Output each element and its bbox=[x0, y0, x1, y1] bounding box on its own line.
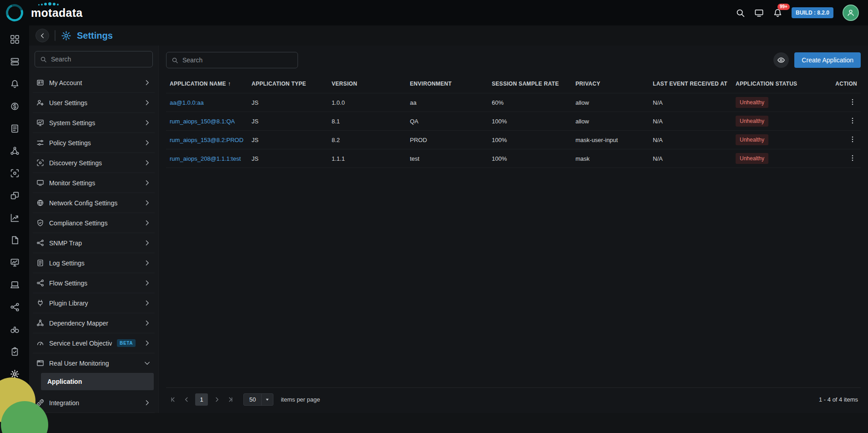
column-header-application-name[interactable]: APPLICATION NAME↑ bbox=[166, 75, 248, 93]
brand-logo-mark[interactable] bbox=[0, 4, 29, 21]
notifications-button[interactable]: 99+ bbox=[773, 8, 782, 18]
sidebar-search-input[interactable] bbox=[51, 56, 147, 63]
column-header-environment[interactable]: ENVIRONMENT bbox=[406, 75, 488, 93]
page-title: Settings bbox=[77, 31, 113, 41]
remote-display-icon[interactable] bbox=[754, 8, 764, 18]
application-name-link[interactable]: aa@1.0.0:aa bbox=[170, 99, 204, 106]
row-actions-button[interactable] bbox=[848, 153, 857, 164]
rail-item-observability[interactable] bbox=[5, 320, 24, 339]
column-header-action[interactable]: ACTION bbox=[828, 75, 861, 93]
column-header-version[interactable]: VERSION bbox=[328, 75, 406, 93]
sidebar-item-my-account[interactable]: My Account bbox=[33, 73, 155, 93]
sidebar-item-label: My Account bbox=[49, 79, 138, 87]
cell-name: aa@1.0.0:aa bbox=[166, 93, 248, 112]
rail-item-runbook[interactable] bbox=[5, 342, 24, 361]
rail-item-dashboard[interactable] bbox=[5, 30, 24, 49]
first-page-button[interactable] bbox=[167, 394, 179, 406]
column-header-session-sample-rate[interactable]: SESSION SAMPLE RATE bbox=[488, 75, 572, 93]
previous-page-button[interactable] bbox=[181, 394, 192, 406]
sidebar-item-integration[interactable]: Integration bbox=[33, 393, 155, 413]
cell-status: Unhealthy bbox=[732, 112, 828, 131]
column-header-application-type[interactable]: APPLICATION TYPE bbox=[248, 75, 328, 93]
table-search-input[interactable] bbox=[182, 56, 293, 64]
application-status-badge: Unhealthy bbox=[736, 97, 768, 108]
sidebar-item-user-settings[interactable]: User Settings bbox=[33, 93, 155, 113]
cell-action bbox=[828, 93, 861, 112]
compliance-settings-icon bbox=[36, 219, 44, 227]
chevron-right-icon bbox=[143, 219, 151, 227]
icon-rail bbox=[0, 25, 29, 413]
cell-name: rum_aiops_153@8.2:PROD bbox=[166, 131, 248, 149]
cell-session-sample-rate: 100% bbox=[488, 131, 572, 149]
content-panel: Create Application APPLICATION NAME↑APPL… bbox=[158, 46, 868, 413]
sidebar-item-dependency-mapper[interactable]: Dependency Mapper bbox=[33, 313, 155, 333]
dependency-mapper-icon bbox=[36, 319, 44, 327]
sidebar-item-label: Integration bbox=[49, 399, 138, 407]
brand-text: motadata bbox=[31, 6, 83, 19]
sidebar-item-discovery-settings[interactable]: Discovery Settings bbox=[33, 153, 155, 173]
content-toolbar: Create Application bbox=[166, 46, 861, 75]
row-actions-button[interactable] bbox=[848, 97, 857, 108]
items-per-page-label: items per page bbox=[281, 396, 320, 403]
row-actions-button[interactable] bbox=[848, 135, 857, 145]
rail-item-settings[interactable] bbox=[5, 365, 24, 383]
flow-settings-icon bbox=[36, 279, 44, 287]
rail-item-automation[interactable] bbox=[5, 298, 24, 316]
slo-icon bbox=[36, 339, 44, 347]
sidebar-item-log-settings[interactable]: Log Settings bbox=[33, 253, 155, 273]
rail-item-monitors[interactable] bbox=[5, 52, 24, 71]
current-page-button[interactable]: 1 bbox=[195, 393, 208, 406]
sidebar-subitem-application[interactable]: Application bbox=[41, 373, 154, 390]
sidebar-item-monitor-settings[interactable]: Monitor Settings bbox=[33, 173, 155, 193]
search-icon bbox=[40, 56, 47, 63]
application-name-link[interactable]: rum_aiops_208@1.1.1:test bbox=[170, 155, 241, 162]
rail-item-ncm[interactable] bbox=[5, 253, 24, 272]
user-avatar[interactable] bbox=[843, 5, 859, 21]
rail-item-agents[interactable] bbox=[5, 275, 24, 294]
create-application-button[interactable]: Create Application bbox=[794, 52, 861, 68]
application-name-link[interactable]: rum_aiops_153@8.2:PROD bbox=[170, 137, 243, 143]
sidebar-item-policy-settings[interactable]: Policy Settings bbox=[33, 133, 155, 153]
rail-item-topology[interactable] bbox=[5, 142, 24, 160]
rail-item-alerts[interactable] bbox=[5, 75, 24, 93]
application-status-badge: Unhealthy bbox=[736, 134, 768, 145]
sidebar-item-real-user-monitoring[interactable]: Real User Monitoring bbox=[33, 353, 155, 373]
logo-ring-icon bbox=[3, 1, 26, 24]
row-actions-button[interactable] bbox=[848, 116, 857, 127]
last-page-button[interactable] bbox=[224, 394, 236, 406]
ncm-icon bbox=[10, 258, 20, 267]
sidebar-item-label: Dependency Mapper bbox=[49, 320, 138, 327]
shell: Settings My AccountUser SettingsSystem S… bbox=[0, 25, 868, 413]
monitors-icon bbox=[10, 57, 20, 66]
notification-count-badge: 99+ bbox=[777, 4, 790, 10]
column-header-application-status[interactable]: APPLICATION STATUS bbox=[732, 75, 828, 93]
application-name-link[interactable]: rum_aiops_150@8.1:QA bbox=[170, 118, 235, 125]
rail-item-reports[interactable] bbox=[5, 231, 24, 250]
visibility-toggle-button[interactable] bbox=[773, 52, 789, 68]
packages-icon bbox=[10, 191, 20, 200]
page-size-select[interactable]: 50 bbox=[243, 393, 273, 406]
rail-item-business-services[interactable] bbox=[5, 97, 24, 116]
sidebar-item-network-config-settings[interactable]: Network Config Settings bbox=[33, 193, 155, 213]
rail-item-discovery[interactable] bbox=[5, 164, 24, 183]
sidebar-item-compliance-settings[interactable]: Compliance Settings bbox=[33, 213, 155, 233]
table-row: rum_aiops_208@1.1.1:testJS1.1.1test100%m… bbox=[166, 149, 861, 168]
back-button[interactable] bbox=[35, 29, 49, 42]
sidebar-item-plugin-library[interactable]: Plugin Library bbox=[33, 293, 155, 313]
column-header-last-event-received-at[interactable]: LAST EVENT RECEIVED AT bbox=[649, 75, 732, 93]
next-page-button[interactable] bbox=[211, 394, 222, 406]
column-header-privacy[interactable]: PRIVACY bbox=[572, 75, 649, 93]
arrow-left-icon bbox=[39, 32, 46, 39]
rail-item-analytics[interactable] bbox=[5, 209, 24, 227]
snmp-trap-icon bbox=[36, 239, 44, 247]
rail-item-inventory[interactable] bbox=[5, 119, 24, 138]
global-search-icon[interactable] bbox=[736, 8, 745, 18]
topbar-actions: 99+ BUILD : 8.2.0 bbox=[736, 5, 868, 21]
chevron-right-icon bbox=[143, 179, 151, 187]
dashboard-icon bbox=[10, 35, 20, 44]
rail-item-packages[interactable] bbox=[5, 186, 24, 205]
sidebar-item-snmp-trap[interactable]: SNMP Trap bbox=[33, 233, 155, 253]
sidebar-item-service-level-objective[interactable]: Service Level ObjectiveBETA bbox=[33, 333, 155, 353]
sidebar-item-system-settings[interactable]: System Settings bbox=[33, 113, 155, 133]
sidebar-item-flow-settings[interactable]: Flow Settings bbox=[33, 273, 155, 293]
